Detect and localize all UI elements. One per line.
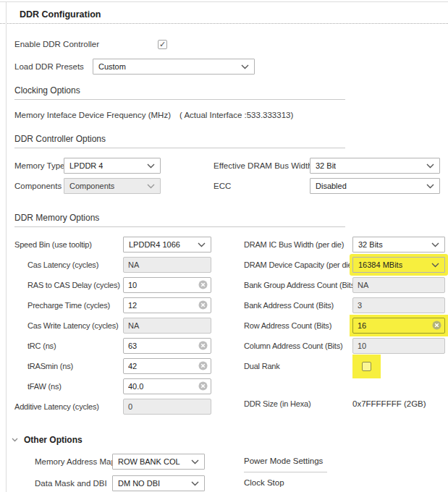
load-presets-select[interactable]: Custom [93,59,255,75]
dual-rank-row: Dual Rank [244,358,445,374]
ras-to-cas-label: RAS to CAS Delay (cycles) [14,281,123,289]
address-map-label: Memory Address Map [35,454,112,470]
load-presets-label: Load DDR Presets [14,62,93,71]
bank-address-count-label: Bank Address Count (Bits) [244,301,352,310]
clocking-options-heading: Clocking Options [14,85,445,96]
memory-type-row: Memory Type LPDDR 4 Effective DRAM Bus W… [14,158,445,174]
speed-bin-select[interactable]: LPDDR4 1066 [123,237,211,253]
chevron-down-icon [431,242,439,247]
memory-type-select[interactable]: LPDDR 4 [64,158,161,174]
components-select: Components [64,178,161,194]
cas-latency-input [123,257,211,273]
dual-rank-label: Dual Rank [244,362,352,370]
components-value: Components [69,182,114,190]
dram-capacity-select[interactable]: 16384 MBits [352,257,445,273]
other-options-heading: Other Options [24,435,83,445]
data-mask-value: DM NO DBI [118,479,160,488]
cas-write-latency-row: Cas Write Latency (cycles) [14,318,211,334]
section-divider [14,226,345,227]
chevron-down-icon [147,164,155,169]
address-map-value: ROW BANK COL [118,457,180,466]
section-divider [14,99,345,100]
ras-to-cas-field [123,277,211,293]
column-address-count-input [352,338,445,354]
bank-group-count-field [352,277,445,293]
trasmin-field [123,358,211,374]
cas-latency-field [123,257,211,273]
dram-capacity-row: DRAM Device Capacity (per die) 16384 MBi… [244,257,445,273]
chevron-down-icon [198,242,206,247]
clear-icon[interactable] [198,280,208,289]
row-address-count-field [352,318,445,334]
column-address-count-label: Column Address Count (Bits) [244,342,352,350]
dual-rank-highlight [352,355,381,378]
checkbox-check-icon: ✓ [159,41,166,48]
trc-label: tRC (ns) [14,342,123,350]
address-map-row: Memory Address Map ROW BANK COL Power Mo… [14,454,445,470]
controller-options-grid: Memory Type LPDDR 4 Effective DRAM Bus W… [14,158,445,194]
data-mask-label: Data Mask and DBI [35,475,112,491]
ddr-size-row: DDR Size (in Hexa) 0x7FFFFFFF (2GB) [244,396,445,412]
dram-capacity-value: 16384 MBits [358,260,402,269]
dual-rank-checkbox[interactable] [362,362,371,371]
trc-row: tRC (ns) [14,338,211,354]
ras-to-cas-row: RAS to CAS Delay (cycles) [14,277,211,293]
chevron-down-icon [426,184,434,189]
clock-stop-heading: Clock Stop [244,476,284,487]
bank-address-count-row: Bank Address Count (Bits) [244,297,445,313]
clear-icon[interactable] [198,361,208,370]
other-options-header[interactable]: Other Options [12,435,445,445]
address-map-select[interactable]: ROW BANK COL [112,454,205,470]
speed-bin-label: Speed Bin (use tooltip) [14,240,123,249]
load-presets-row: Load DDR Presets Custom [14,59,445,75]
components-row: Components Components ECC Disabled [14,178,445,194]
enable-ddr-label: Enable DDR Controller [14,40,158,48]
ecc-label: ECC [214,182,310,190]
trasmin-label: tRASmin (ns) [14,362,123,370]
cas-latency-label: Cas Latency (cycles) [14,260,123,269]
bus-width-select[interactable]: 32 Bit [310,158,440,174]
column-address-count-row: Column Address Count (Bits) [244,338,445,354]
bus-width-label: Effective DRAM Bus Width [214,161,310,170]
cas-write-latency-field [123,318,211,334]
precharge-time-field [123,297,211,313]
dram-bus-width-select[interactable]: 32 Bits [352,237,445,253]
enable-ddr-row: Enable DDR Controller ✓ [14,36,445,52]
cas-write-latency-label: Cas Write Latency (cycles) [14,321,123,330]
frequency-label: Memory Inteface Device Frequency (MHz) [14,111,171,122]
memory-options-columns: Speed Bin (use tooltip) LPDDR4 1066 Cas … [14,237,445,419]
clear-icon[interactable] [198,300,208,310]
controller-options-heading: DDR Controller Options [14,134,445,144]
collapse-chevron-icon[interactable] [12,438,18,442]
ddr-configuration-panel: Enable DDR Controller ✓ Load DDR Presets… [0,36,448,491]
panel-left-border [6,1,7,492]
bus-width-value: 32 Bit [316,161,336,170]
cas-latency-row: Cas Latency (cycles) [14,257,211,273]
ddr-size-label: DDR Size (in Hexa) [244,399,352,408]
trc-field [123,338,211,354]
row-address-count-label: Row Address Count (Bits) [244,321,352,330]
row-address-count-row: Row Address Count (Bits) [244,318,445,334]
clear-icon[interactable] [198,341,208,350]
bank-address-count-field [352,297,445,313]
panel-top-border [0,1,448,2]
dram-bus-width-value: 32 Bits [358,240,383,249]
ecc-select[interactable]: Disabled [310,178,440,194]
clear-icon[interactable] [198,381,208,391]
chevron-down-icon [431,263,439,268]
clear-icon[interactable] [432,321,441,330]
dram-bus-width-label: DRAM IC Bus Width (per die) [244,240,352,249]
bank-group-count-input [352,277,445,293]
additive-latency-field [123,399,211,415]
components-label: Components [14,182,64,190]
row-address-count-input[interactable] [352,318,445,334]
chevron-down-icon [191,459,199,465]
enable-ddr-checkbox[interactable]: ✓ [158,40,167,49]
bank-address-count-input [352,297,445,313]
ddr-size-value: 0x7FFFFFFF (2GB) [352,399,426,408]
chevron-down-icon [191,481,199,486]
load-presets-value: Custom [98,62,126,71]
chevron-down-icon [426,164,434,169]
dram-bus-width-row: DRAM IC Bus Width (per die) 32 Bits [244,237,445,253]
data-mask-select[interactable]: DM NO DBI [112,475,205,491]
